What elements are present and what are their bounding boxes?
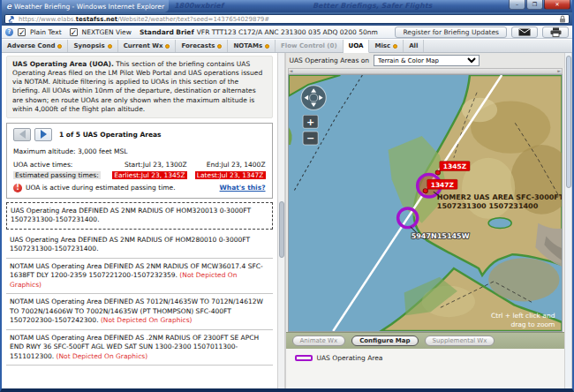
whats-this-link[interactable]: What's this?	[220, 184, 266, 192]
right-arrow-icon	[41, 130, 47, 139]
passing-earliest: Earliest:Jul 23, 1345Z	[112, 171, 187, 179]
status-dot	[217, 44, 222, 49]
register-briefing-updates-button[interactable]: Register for Briefing Updates	[395, 26, 507, 38]
url-text: https://www.elabs.testafss.net/Website2/…	[19, 16, 556, 23]
map-header: UAS Operating Areas on Terrain & Color M…	[286, 53, 565, 68]
time-tag-label: 1347Z	[430, 181, 454, 189]
uoa-list-item[interactable]: NOTAM UAS Operating Area DEFINED AS .2NM…	[6, 330, 273, 366]
brief-summary: Standard BriefVFR TTT123 C172/A ANC 2313…	[140, 28, 378, 36]
window-title: Weather Briefing - Windows Internet Expl…	[14, 3, 164, 11]
map-legend: UAS Operating Area	[286, 349, 565, 388]
minus-icon: −	[306, 132, 313, 144]
passing-latest: Latest:Jul 23, 1347Z	[195, 171, 266, 179]
internet-explorer-icon: e	[6, 3, 11, 11]
email-button[interactable]	[511, 26, 538, 38]
scrollbar-thumb[interactable]	[566, 56, 571, 188]
time-tag-label: 1345Z	[442, 162, 466, 170]
address-bar[interactable]: https://www.elabs.testafss.net/Website2/…	[4, 14, 570, 24]
uoa-legend-label: UAS Operating Area	[317, 354, 383, 362]
map-layer-select[interactable]: Terrain & Color Map	[374, 55, 480, 66]
tab-flow-control[interactable]: Flow Control (0)	[276, 40, 344, 52]
lock-icon	[559, 15, 566, 23]
watermark-slogan: Better Briefings, Safer Flights	[313, 2, 432, 10]
briefing-text-panel: UAS Operating Area (UOA). This section o…	[2, 53, 277, 388]
printer-icon	[550, 27, 562, 37]
briefing-tabs: Adverse Cond Synopsis Current Wx Forecas…	[2, 40, 572, 53]
tab-adverse-cond[interactable]: Adverse Cond	[2, 40, 68, 52]
status-dot	[265, 44, 269, 49]
map-canvas[interactable]: 5947N15145W 1345Z 1347Z HOMER2 UAS AREA …	[288, 74, 563, 332]
warning-text: UOA is active during estimated passing t…	[26, 184, 176, 192]
uoa-list-item[interactable]: NOTAM UAS Operating Area DEFINED AS 2NM …	[6, 259, 273, 295]
next-uoa-button[interactable]	[34, 128, 52, 141]
plain-text-label: Plain Text	[30, 28, 62, 36]
alert-icon: !	[13, 184, 22, 192]
url-bar: https://www.elabs.testafss.net/Website2/…	[2, 12, 572, 26]
go-arrow-icon	[8, 15, 16, 23]
waypoint-label: 5947N15145W	[411, 233, 469, 241]
pager-label: 1 of 5 UAS Operating Areas	[59, 131, 162, 139]
map-panel: UAS Operating Areas on Terrain & Color M…	[285, 53, 565, 388]
content-area: UAS Operating Area (UOA). This section o…	[2, 53, 572, 388]
passing-time-marker	[423, 189, 427, 193]
tab-all[interactable]: All	[404, 40, 424, 52]
status-dot	[393, 44, 397, 49]
page-scrollbar[interactable]	[564, 53, 572, 388]
scroll-left-arrow-icon[interactable]: ◄	[290, 69, 293, 73]
status-dot	[165, 44, 170, 49]
active-start: Start:Jul 23, 1300Z	[109, 161, 187, 169]
map-horizontal-scrollbar[interactable]: ◄ ►	[288, 68, 563, 74]
tab-synopsis[interactable]: Synopsis	[68, 40, 117, 52]
map-zoom-in-button[interactable]: +	[303, 115, 318, 128]
tab-uoa[interactable]: UOA	[344, 40, 370, 53]
scrollbar-thumb[interactable]	[279, 201, 284, 258]
map-pan-control[interactable]	[301, 86, 326, 110]
max-altitude: Maximum altitude: 3,000 feet MSL	[13, 147, 266, 155]
scroll-right-arrow-icon[interactable]: ►	[557, 69, 561, 73]
supplemental-wx-button[interactable]: Supplemental Wx	[425, 335, 495, 346]
uoa-area-label-line1: HOMER2 UAS AREA SFC-3000FT	[436, 193, 562, 201]
map-lake	[488, 218, 511, 229]
tab-current-wx[interactable]: Current Wx	[118, 40, 177, 52]
watermark-text: 1800wxbrief	[174, 2, 223, 10]
uoa-times-grid: UOA active times: Start:Jul 23, 1300Z En…	[13, 161, 266, 179]
briefing-toolbar: ? ✓ Plain Text ✓ NEXTGEN View Standard B…	[2, 26, 572, 39]
nextgen-view-label: NEXTGEN View	[82, 28, 132, 36]
tab-notams[interactable]: NOTAMs	[228, 40, 276, 52]
close-button[interactable]: ✕	[544, 0, 570, 10]
map-zoom-out-button[interactable]: −	[303, 132, 318, 145]
uoa-active-warning: ! UOA is active during estimated passing…	[13, 184, 266, 192]
title-bar: e Weather Briefing - Windows Internet Ex…	[2, 0, 572, 12]
configure-map-button[interactable]: Configure Map	[351, 335, 418, 346]
text-panel-scrollbar[interactable]	[277, 53, 285, 388]
zoom-hint-line1: Ctrl + left click and	[491, 312, 555, 320]
previous-uoa-button[interactable]	[13, 128, 31, 141]
maximize-button[interactable]: ❐	[526, 0, 543, 10]
passing-time-marker	[435, 170, 440, 175]
uoa-pager: 1 of 5 UAS Operating Areas	[13, 128, 266, 141]
uoa-list-item[interactable]: UAS Operating Area DEFINED AS 2NM RADIUS…	[6, 232, 273, 259]
envelope-icon	[518, 28, 531, 36]
minimize-button[interactable]: –	[509, 0, 525, 10]
uoa-list-item[interactable]: UAS Operating Area DEFINED AS 2NM RADIUS…	[6, 202, 273, 230]
info-icon[interactable]: ?	[5, 28, 13, 36]
plus-icon: +	[306, 117, 313, 128]
uoa-section-intro: UAS Operating Area (UOA). This section o…	[6, 56, 273, 118]
uoa-summary-card: 1 of 5 UAS Operating Areas Maximum altit…	[6, 123, 273, 199]
plain-text-checkbox[interactable]: ✓	[18, 28, 26, 36]
tab-misc[interactable]: Misc	[369, 40, 404, 52]
zoom-hint-line2: drag to zoom	[510, 320, 555, 328]
uoa-list: UAS Operating Area DEFINED AS 2NM RADIUS…	[6, 202, 273, 366]
nextgen-view-checkbox[interactable]: ✓	[70, 28, 78, 36]
map-button-bar: Animate Wx Configure Map Supplemental Wx	[286, 332, 565, 349]
browser-window: e Weather Briefing - Windows Internet Ex…	[0, 0, 574, 392]
animate-wx-button[interactable]: Animate Wx	[292, 335, 346, 346]
print-button[interactable]	[542, 26, 569, 38]
window-controls: – ❐ ✕	[509, 0, 570, 10]
passing-times-label: Estimated passing times:	[13, 171, 101, 179]
left-arrow-icon	[19, 130, 26, 139]
uoa-list-item[interactable]: NOTAM UAS Operating Area DEFINED AS 7012…	[6, 294, 273, 330]
tab-forecasts[interactable]: Forecasts	[176, 40, 228, 52]
status-dot	[57, 44, 62, 49]
status-dot	[108, 44, 112, 49]
